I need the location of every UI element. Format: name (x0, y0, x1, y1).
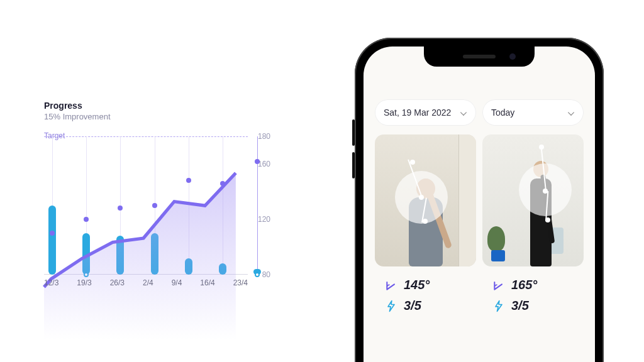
y-tick-160: 160 (258, 160, 270, 168)
bg-door (458, 134, 476, 266)
progress-chart-panel: Progress 15% Improvement Target 180 160 … (44, 101, 283, 275)
metrics-row: 145° 3/5 165° (375, 278, 584, 313)
bolt-icon (492, 300, 505, 312)
bar-marker (255, 272, 260, 277)
y-tick-120: 120 (258, 215, 270, 224)
metrics-right: 165° 3/5 (482, 278, 584, 313)
metric-intensity-left-value: 3/5 (404, 299, 421, 313)
comparison-photo-before[interactable] (375, 134, 476, 266)
phone-side-button (352, 152, 355, 178)
pose-joint-dot (423, 219, 428, 224)
line-marker (255, 159, 260, 164)
x-axis-labels: 12/3 19/3 26/3 2/4 9/4 16/4 23/4 (44, 278, 248, 287)
date-selector-right[interactable]: Today (482, 99, 584, 126)
speaker-grille (463, 55, 496, 58)
pose-joint-dot (545, 217, 550, 222)
line-marker (50, 231, 55, 236)
x-label: 2/4 (143, 278, 153, 287)
pose-joint-dot (543, 189, 548, 194)
comparison-row (375, 134, 584, 266)
line-marker (152, 203, 157, 208)
line-marker (84, 217, 89, 222)
x-label: 26/3 (110, 278, 125, 287)
x-label: 16/4 (200, 278, 214, 287)
phone-notch (424, 47, 535, 67)
bg-bucket (491, 250, 505, 261)
pose-joint-dot (410, 160, 415, 165)
metric-intensity-right-value: 3/5 (511, 299, 529, 313)
y-tick-80: 80 (262, 270, 270, 279)
date-selector-left-label: Sat, 19 Mar 2022 (384, 107, 451, 118)
metric-angle-left-value: 145° (404, 278, 430, 292)
x-label: 19/3 (77, 278, 91, 287)
trend-line (44, 136, 248, 340)
angle-icon (492, 279, 505, 292)
phone-side-button (352, 119, 355, 146)
line-marker (220, 181, 225, 186)
metric-angle-right-value: 165° (511, 278, 537, 292)
grid-v (257, 136, 258, 275)
metrics-left: 145° 3/5 (375, 278, 476, 313)
bg-plant (487, 226, 505, 251)
metric-intensity-right: 3/5 (492, 299, 584, 313)
x-label: 9/4 (172, 278, 182, 287)
bolt-icon (385, 300, 397, 312)
line-marker (186, 178, 191, 183)
phone-frame: Sat, 19 Mar 2022 Today (355, 38, 604, 362)
front-camera (509, 53, 516, 60)
phone-screen: Sat, 19 Mar 2022 Today (364, 47, 595, 362)
y-tick-180: 180 (258, 132, 270, 141)
metric-angle-right: 165° (492, 278, 584, 292)
metric-angle-left: 145° (385, 278, 476, 292)
comparison-photo-after[interactable] (482, 134, 584, 266)
angle-icon (385, 279, 397, 292)
chevron-down-icon (567, 109, 575, 116)
pose-joint-dot (539, 145, 544, 150)
x-label: 12/3 (44, 278, 58, 287)
app-content: Sat, 19 Mar 2022 Today (364, 47, 595, 313)
pose-joint-dot (419, 195, 424, 200)
chevron-down-icon (460, 109, 467, 116)
date-selector-left[interactable]: Sat, 19 Mar 2022 (375, 99, 476, 126)
metric-intensity-left: 3/5 (385, 299, 476, 313)
chart-subtitle: 15% Improvement (44, 112, 283, 121)
date-selector-row: Sat, 19 Mar 2022 Today (375, 99, 584, 126)
line-marker (118, 206, 123, 211)
chart-title: Progress (44, 101, 283, 111)
x-label: 23/4 (233, 278, 248, 287)
chart-plot-area: Target 180 160 120 80 (44, 136, 270, 275)
date-selector-right-label: Today (491, 107, 514, 118)
